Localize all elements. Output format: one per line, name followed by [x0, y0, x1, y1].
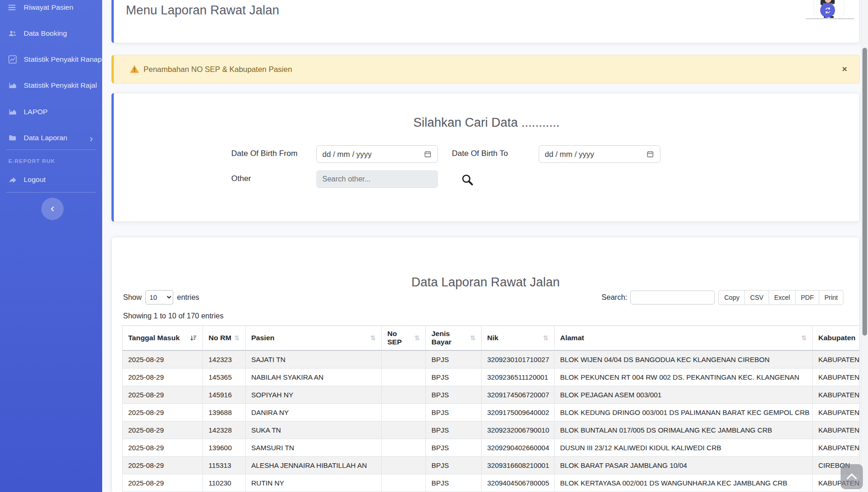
- cell-pasien: SUKA TN: [246, 421, 382, 439]
- sidebar-item-lapop[interactable]: LAPOP: [0, 99, 102, 125]
- export-copy-button[interactable]: Copy: [718, 290, 745, 305]
- cell-no-sep: [382, 474, 426, 492]
- cell-tanggal-masuk: 2025-08-29: [123, 474, 203, 492]
- cell-alamat: BLOK WIJEN 04/04 DS BANGODUA KEC KLANGEN…: [555, 350, 813, 369]
- column-header-alamat[interactable]: Alamat⇅: [555, 326, 813, 351]
- table-row: 2025-08-29110230RUTIN NYBPJS320940450678…: [123, 474, 860, 492]
- chart-area-icon: [8, 108, 20, 116]
- sort-icon: ⇅: [798, 334, 807, 342]
- table-info: Showing 1 to 10 of 170 entries: [123, 312, 223, 320]
- sidebar-item-logout[interactable]: Logout: [0, 167, 102, 193]
- folder-icon: [8, 134, 20, 142]
- cell-no-rm: 142323: [203, 350, 246, 369]
- sort-icon: ⇅: [411, 334, 420, 342]
- cell-jenis-bayar: BPJS: [426, 457, 482, 474]
- entries-label: entries: [177, 293, 199, 302]
- table-header-row: Tanggal MasukNo RM⇅Pasien⇅No SEP⇅Jenis B…: [123, 326, 860, 351]
- calendar-icon[interactable]: [424, 150, 432, 158]
- column-header-jenis-bayar[interactable]: Jenis Bayar⇅: [426, 326, 482, 351]
- cell-no-sep: [382, 386, 426, 404]
- cell-tanggal-masuk: 2025-08-29: [123, 439, 203, 457]
- page-length-select[interactable]: 10: [145, 290, 173, 304]
- sort-active-icon: [187, 335, 197, 342]
- cell-nik: 3209174506720007: [482, 386, 555, 404]
- sidebar-item-label: Riwayat Pasien: [24, 3, 73, 12]
- search-submit-icon[interactable]: [461, 173, 474, 186]
- calendar-icon[interactable]: [646, 150, 654, 158]
- data-table-wrapper: Tanggal MasukNo RM⇅Pasien⇅No SEP⇅Jenis B…: [122, 325, 859, 492]
- other-search-input[interactable]: [316, 170, 438, 188]
- cell-jenis-bayar: BPJS: [426, 439, 482, 457]
- cell-tanggal-masuk: 2025-08-29: [123, 404, 203, 421]
- cell-no-rm: 142328: [203, 421, 246, 439]
- dob-to-input[interactable]: dd / mm / yyyy: [539, 145, 660, 163]
- cell-no-rm: 110230: [203, 474, 246, 492]
- cell-no-rm: 139600: [203, 439, 246, 457]
- cell-pasien: SAJATI TN: [246, 350, 382, 369]
- sidebar-item-label: Statistik Penyakit Ranap: [24, 55, 102, 64]
- dob-from-input[interactable]: dd / mm / yyyy: [316, 145, 438, 163]
- cell-tanggal-masuk: 2025-08-29: [123, 457, 203, 474]
- cell-nik: 3209290402660004: [482, 439, 555, 457]
- export-print-button[interactable]: Print: [819, 290, 843, 305]
- column-header-kabupaten[interactable]: Kabupaten⇅: [813, 326, 860, 351]
- cell-no-sep: [382, 350, 426, 369]
- export-pdf-button[interactable]: PDF: [795, 290, 819, 305]
- column-header-no-rm[interactable]: No RM⇅: [203, 326, 246, 351]
- chevron-right-icon: ›: [90, 133, 97, 143]
- table-row: 2025-08-29145365NABILAH SYAKIRA ANBPJS32…: [123, 369, 860, 386]
- table-row: 2025-08-29142323SAJATI TNBPJS32092301017…: [123, 350, 860, 369]
- column-label: No SEP: [387, 330, 411, 346]
- cell-tanggal-masuk: 2025-08-29: [123, 386, 203, 404]
- page-header-card: Menu Laporan Rawat Jalan: [111, 0, 860, 43]
- export-csv-button[interactable]: CSV: [744, 290, 769, 305]
- chart-area-icon: [8, 81, 20, 90]
- cell-jenis-bayar: BPJS: [426, 369, 482, 386]
- column-label: No RM: [209, 334, 231, 342]
- table-row: 2025-08-29145916SOPIYAH NYBPJS3209174506…: [123, 386, 860, 404]
- table-row: 2025-08-29142328SUKA TNBPJS3209232006790…: [123, 421, 860, 439]
- column-label: Alamat: [560, 334, 584, 342]
- cell-no-sep: [382, 369, 426, 386]
- dob-from-label: Date Of Birth From: [231, 149, 298, 158]
- column-header-pasien[interactable]: Pasien⇅: [246, 326, 382, 351]
- cell-pasien: NABILAH SYAKIRA AN: [246, 369, 382, 386]
- chart-line-icon: [8, 55, 20, 64]
- scroll-to-top-button[interactable]: [841, 464, 863, 489]
- column-header-nik[interactable]: Nik⇅: [482, 326, 555, 351]
- cell-nik: 3209316608210001: [482, 457, 555, 474]
- sidebar-item-riwayat-pasien[interactable]: Riwayat Pasien: [0, 0, 102, 20]
- page-scrollbar-track[interactable]: [861, 0, 868, 492]
- export-excel-button[interactable]: Excel: [769, 290, 796, 305]
- banner-close-button[interactable]: ×: [842, 64, 847, 74]
- column-label: Nik: [487, 334, 498, 342]
- cell-pasien: DANIRA NY: [246, 404, 382, 421]
- column-header-tanggal-masuk[interactable]: Tanggal Masuk: [123, 326, 203, 351]
- sort-icon: ⇅: [367, 334, 376, 342]
- sidebar-item-statistik-penyakit-ranap[interactable]: Statistik Penyakit Ranap: [0, 46, 102, 72]
- sidebar-collapse-button[interactable]: ‹: [41, 198, 64, 220]
- cell-alamat: BLOK PEJAGAN ASEM 003/001: [555, 386, 813, 404]
- page-length-control: Show 10 entries: [123, 290, 199, 304]
- table-row: 2025-08-29139600SAMSURI TNBPJS3209290402…: [123, 439, 860, 457]
- cell-jenis-bayar: BPJS: [426, 404, 482, 421]
- export-button-group: CopyCSVExcelPDFPrint: [718, 290, 843, 305]
- table-card: Data Laporan Rawat Jalan Show 10 entries…: [111, 237, 860, 492]
- table-search-input[interactable]: [630, 291, 715, 304]
- warning-banner-text: Penambahan NO SEP & Kabupaten Pasien: [144, 65, 292, 74]
- cell-alamat: BLOK KEDUNG DRINGO 003/001 DS PALIMANAN …: [555, 404, 813, 421]
- sidebar-item-data-booking[interactable]: Data Booking: [0, 20, 102, 46]
- column-header-no-sep[interactable]: No SEP⇅: [382, 326, 426, 351]
- sidebar-item-statistik-penyakit-rajal[interactable]: Statistik Penyakit Rajal: [0, 72, 102, 98]
- page-scrollbar-thumb[interactable]: [862, 48, 867, 336]
- cell-nik: 3209232006790010: [482, 421, 555, 439]
- sidebar-item-data-laporan[interactable]: Data Laporan›: [0, 125, 102, 151]
- cell-alamat: BLOK KERTAYASA 002/001 DS WANGUNHARJA KE…: [555, 474, 813, 492]
- cell-no-rm: 115313: [203, 457, 246, 474]
- chevron-up-icon: [847, 473, 857, 484]
- cell-kabupaten: KABUPATEN CIREBON: [813, 439, 860, 457]
- table-card-title: Data Laporan Rawat Jalan: [112, 275, 859, 290]
- cell-tanggal-masuk: 2025-08-29: [123, 421, 203, 439]
- column-label: Jenis Bayar: [431, 330, 467, 346]
- cell-tanggal-masuk: 2025-08-29: [123, 369, 203, 386]
